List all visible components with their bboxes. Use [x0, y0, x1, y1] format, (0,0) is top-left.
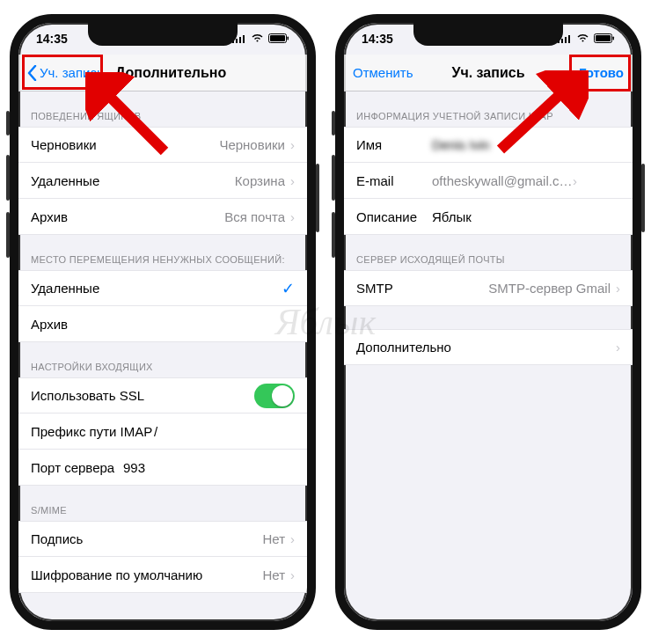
advanced-label: Дополнительно: [356, 340, 616, 355]
svg-rect-5: [270, 35, 285, 41]
imap-prefix-value[interactable]: /: [154, 424, 295, 439]
phone-left-wrapper: 14:35 Уч. запись Дополнительно Поведение…: [10, 14, 316, 630]
done-button[interactable]: Готово: [579, 65, 624, 80]
name-value[interactable]: Denis Ivin: [432, 137, 573, 152]
chevron-right-icon: ›: [290, 531, 295, 546]
desc-value[interactable]: Яблык: [432, 209, 573, 224]
section-header-info: Информация учетной записи IMAP: [344, 91, 633, 127]
back-button[interactable]: Уч. запись: [27, 65, 104, 81]
nav-bar: Уч. запись Дополнительно: [18, 55, 307, 91]
svg-rect-3: [243, 35, 245, 43]
svg-rect-9: [561, 39, 563, 43]
archive-value: Вся почта: [224, 209, 285, 224]
row-imap-prefix[interactable]: Префикс пути IMAP /: [18, 413, 307, 450]
svg-rect-2: [239, 37, 241, 43]
nav-bar: Отменить Уч. запись Готово: [344, 55, 633, 91]
section-header-outgoing: Сервер исходящей почты: [344, 235, 633, 270]
row-advanced[interactable]: Дополнительно ›: [344, 329, 633, 365]
content-scroll[interactable]: Информация учетной записи IMAP Имя Denis…: [344, 91, 633, 621]
content-scroll[interactable]: Поведение ящиков Черновики Черновики › У…: [18, 91, 307, 621]
row-description[interactable]: Описание Яблык: [344, 199, 633, 235]
row-server-port[interactable]: Порт сервера 993: [18, 450, 307, 486]
notch: [88, 23, 238, 46]
archive-label: Архив: [31, 209, 224, 224]
move-deleted-label: Удаленные: [31, 281, 282, 296]
smtp-label: SMTP: [356, 281, 488, 296]
notch: [413, 23, 563, 46]
row-name[interactable]: Имя Denis Ivin: [344, 127, 633, 163]
wifi-icon: [576, 32, 589, 46]
chevron-right-icon: ›: [573, 173, 577, 188]
svg-rect-11: [568, 35, 570, 43]
email-value: oftheskywall@gmail.com: [432, 173, 573, 188]
chevron-right-icon: ›: [616, 281, 620, 296]
row-move-deleted[interactable]: Удаленные ✓: [18, 270, 307, 306]
row-archive[interactable]: Архив Вся почта ›: [18, 199, 307, 235]
ssl-label: Использовать SSL: [31, 388, 254, 403]
battery-icon: [268, 32, 289, 46]
row-drafts[interactable]: Черновики Черновики ›: [18, 127, 307, 163]
row-move-archive[interactable]: Архив: [18, 306, 307, 342]
deleted-value: Корзина: [235, 173, 285, 188]
smtp-value: SMTP-сервер Gmail: [488, 281, 611, 296]
stage: 14:35 Уч. запись Дополнительно Поведение…: [0, 0, 651, 644]
battery-icon: [594, 32, 615, 46]
phone-right: 14:35 Отменить Уч. запись Готово Информа…: [335, 14, 641, 630]
row-email[interactable]: E-mail oftheskywall@gmail.com ›: [344, 163, 633, 199]
encrypt-value: Нет: [262, 567, 285, 582]
svg-rect-6: [288, 37, 289, 40]
status-indicators: [558, 32, 615, 46]
chevron-right-icon: ›: [290, 137, 295, 152]
encrypt-label: Шифрование по умолчанию: [31, 567, 262, 582]
svg-rect-1: [236, 39, 238, 43]
chevron-right-icon: ›: [290, 173, 295, 188]
chevron-right-icon: ›: [290, 209, 295, 224]
svg-rect-13: [596, 35, 611, 41]
sign-value: Нет: [262, 531, 285, 546]
move-archive-label: Архив: [31, 317, 295, 332]
deleted-label: Удаленные: [31, 173, 235, 188]
section-header-smime: S/MIME: [18, 486, 307, 521]
wifi-icon: [251, 32, 264, 46]
drafts-label: Черновики: [31, 137, 219, 152]
server-port-label: Порт сервера: [31, 460, 123, 475]
section-header-incoming: Настройки входящих: [18, 342, 307, 377]
desc-label: Описание: [356, 209, 432, 224]
row-deleted[interactable]: Удаленные Корзина ›: [18, 163, 307, 199]
status-time: 14:35: [36, 32, 68, 46]
server-port-value[interactable]: 993: [123, 460, 264, 475]
phone-right-wrapper: 14:35 Отменить Уч. запись Готово Информа…: [335, 14, 641, 630]
chevron-right-icon: ›: [290, 567, 295, 582]
status-indicators: [232, 32, 289, 46]
sign-label: Подпись: [31, 531, 262, 546]
back-label: Уч. запись: [40, 65, 104, 80]
svg-rect-10: [565, 37, 567, 43]
name-label: Имя: [356, 137, 432, 152]
drafts-value: Черновики: [219, 137, 285, 152]
phone-left: 14:35 Уч. запись Дополнительно Поведение…: [10, 14, 316, 630]
email-label: E-mail: [356, 173, 432, 188]
check-icon: ✓: [282, 279, 295, 298]
svg-rect-14: [613, 37, 615, 40]
row-smtp[interactable]: SMTP SMTP-сервер Gmail ›: [344, 270, 633, 306]
ssl-switch[interactable]: [254, 384, 295, 408]
section-header-mailbox: Поведение ящиков: [18, 91, 307, 127]
cancel-button[interactable]: Отменить: [353, 65, 413, 80]
imap-prefix-label: Префикс пути IMAP: [31, 424, 154, 439]
chevron-right-icon: ›: [616, 340, 620, 355]
status-time: 14:35: [362, 32, 393, 46]
row-ssl[interactable]: Использовать SSL: [18, 377, 307, 413]
row-sign[interactable]: Подпись Нет ›: [18, 521, 307, 557]
chevron-left-icon: [27, 65, 37, 81]
section-header-move: Место перемещения ненужных сообщений:: [18, 235, 307, 270]
row-encrypt[interactable]: Шифрование по умолчанию Нет ›: [18, 557, 307, 593]
